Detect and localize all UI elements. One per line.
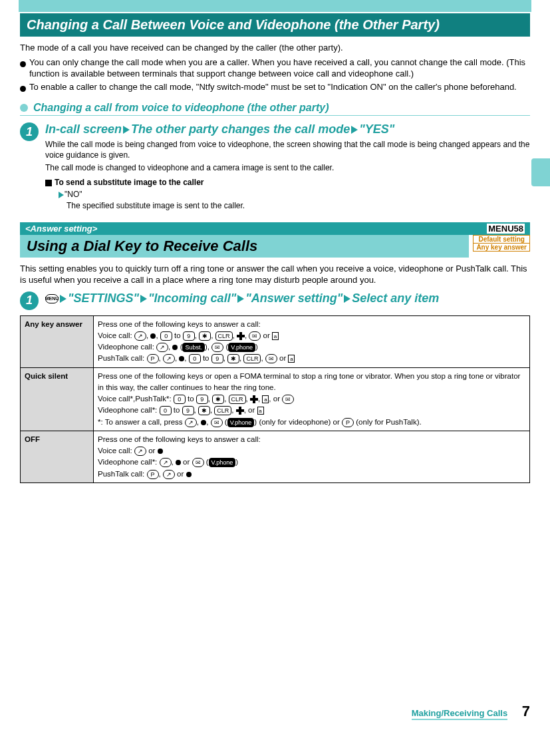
step-number-badge: 1 bbox=[20, 291, 39, 310]
section2-title: Using a Dial Key to Receive Calls bbox=[20, 235, 469, 258]
step-sub-desc: The specified substitute image is sent t… bbox=[67, 200, 530, 212]
step-sub-heading: To send a substitute image to the caller bbox=[45, 177, 530, 188]
section-title-bar: Changing a Call Between Voice and Videop… bbox=[20, 13, 530, 37]
bullet-text: To enable a caller to change the call mo… bbox=[29, 81, 517, 93]
bullet-list: You can only change the call mode when y… bbox=[20, 57, 530, 93]
option-name: Any key answer bbox=[21, 315, 94, 367]
answer-setting-bar: <Answer setting> MENU58 bbox=[20, 222, 530, 235]
page-number: 7 bbox=[522, 703, 530, 719]
page: Changing a Call Between Voice and Videop… bbox=[0, 0, 550, 733]
step2-heading: MENU"SETTINGS""Incoming call""Answer set… bbox=[45, 291, 530, 305]
default-setting-label: Default setting bbox=[473, 235, 530, 244]
default-setting-value: Any key answer bbox=[473, 244, 530, 252]
arrow-icon bbox=[351, 126, 358, 134]
arrow-icon bbox=[344, 295, 350, 303]
table-row: Quick silent Press one of the following … bbox=[21, 367, 530, 431]
table-row: Any key answer Press one of the followin… bbox=[21, 315, 530, 367]
subsection-heading: Changing a call from voice to videophone… bbox=[20, 102, 530, 116]
top-color-bar bbox=[19, 0, 531, 12]
default-setting-box: Default setting Any key answer bbox=[473, 235, 530, 252]
page-footer: Making/Receiving Calls 7 bbox=[20, 703, 530, 720]
step-1: 1 In-call screenThe other party changes … bbox=[20, 122, 530, 211]
step-desc: The call mode is changed to videophone a… bbox=[45, 162, 530, 173]
table-row: OFF Press one of the following keys to a… bbox=[21, 431, 530, 482]
arrow-icon bbox=[123, 126, 130, 134]
intro-text: The mode of a call you have received can… bbox=[20, 42, 530, 54]
arrow-icon bbox=[140, 295, 147, 303]
arrow-icon bbox=[237, 295, 244, 303]
subsection-title: Changing a call from voice to videophone… bbox=[33, 102, 329, 114]
square-icon bbox=[45, 180, 52, 186]
arrow-icon bbox=[60, 295, 67, 303]
option-desc: Press one of the following keys to answe… bbox=[94, 431, 530, 482]
step-desc: While the call mode is being changed fro… bbox=[45, 139, 530, 160]
step-heading: In-call screenThe other party changes th… bbox=[45, 122, 530, 136]
step-1b: 1 MENU"SETTINGS""Incoming call""Answer s… bbox=[20, 291, 530, 310]
menu-code: MENU58 bbox=[487, 224, 525, 234]
option-name: Quick silent bbox=[21, 367, 94, 431]
answer-options-table: Any key answer Press one of the followin… bbox=[20, 315, 530, 483]
step-number-badge: 1 bbox=[20, 122, 39, 141]
bullet-icon bbox=[20, 61, 26, 67]
answer-setting-label: <Answer setting> bbox=[25, 224, 97, 234]
menu-key-icon: MENU bbox=[45, 294, 59, 303]
section2-desc: This setting enables you to quickly turn… bbox=[20, 263, 530, 286]
bullet-icon bbox=[20, 86, 26, 92]
step-sub-option: "NO" bbox=[59, 189, 530, 200]
option-name: OFF bbox=[21, 431, 94, 482]
bullet-text: You can only change the call mode when y… bbox=[29, 57, 530, 80]
option-desc: Press one of the following keys or open … bbox=[94, 367, 530, 431]
heading-dot-icon bbox=[20, 104, 28, 112]
footer-section-name: Making/Receiving Calls bbox=[412, 708, 508, 720]
arrow-icon bbox=[59, 192, 64, 198]
option-desc: Press one of the following keys to answe… bbox=[94, 315, 530, 367]
